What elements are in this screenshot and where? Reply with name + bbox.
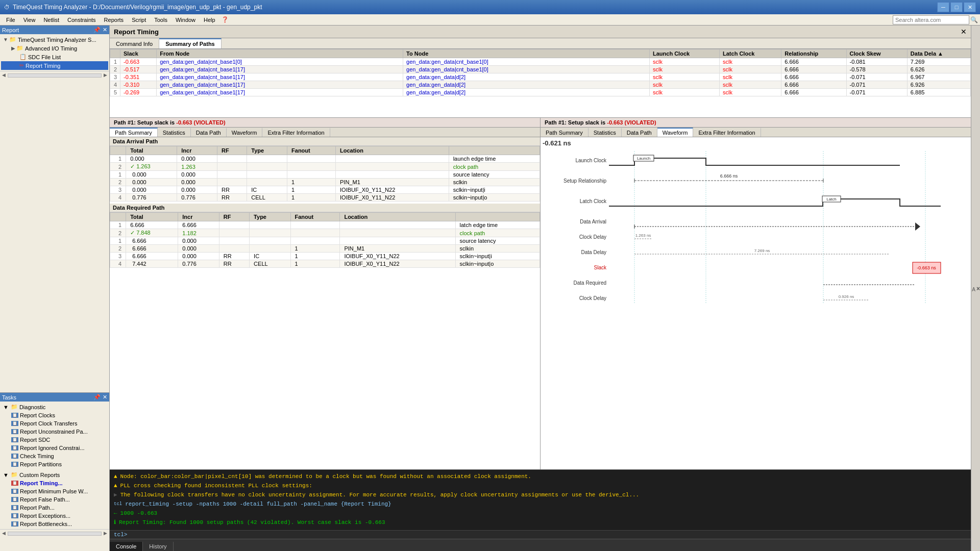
task-check-timing[interactable]: 📋Check Timing [1,452,108,460]
console-content[interactable]: ▲ Node: color_bar:color_bar|pixel_cnt[10… [110,470,971,530]
req-col-total[interactable]: Total [126,213,178,221]
arr-col-incr[interactable]: Incr [177,146,217,155]
left-tab-extra-filter[interactable]: Extra Filter Information [262,128,330,137]
task-report-clocks[interactable]: 📋Report Clocks [1,411,108,419]
menu-constraints[interactable]: Constraints [63,16,100,24]
tasks-scroll-left[interactable]: ◀ [2,531,6,537]
left-tab-path-summary[interactable]: Path Summary [110,128,158,137]
tasks-group-diagnostic-header[interactable]: ▼ 📁 Diagnostic [1,403,108,411]
to-node-val[interactable]: gen_data:gen_data|d[2] [403,73,650,81]
tasks-group-custom-header[interactable]: ▼ 📁 Custom Reports [1,470,108,479]
search-input[interactable] [893,15,969,24]
from-node-val[interactable]: gen_data:gen_data|cnt_base1[17] [157,89,403,96]
console-input[interactable] [129,532,967,538]
right-tab-path-summary[interactable]: Path Summary [541,128,589,137]
minimize-button[interactable]: ─ [937,2,949,12]
col-to-node[interactable]: To Node [403,49,650,58]
col-clock-skew[interactable]: Clock Skew [846,49,907,58]
task-report-min-pulse[interactable]: 📋Report Minimum Pulse W... [1,487,108,495]
tasks-scroll-right[interactable]: ▶ [104,531,107,537]
menu-window[interactable]: Window [172,16,200,24]
task-report-unconstrained[interactable]: 📋Report Unconstrained Pa... [1,428,108,436]
task-report-exceptions[interactable]: 📋Report Exceptions... [1,512,108,520]
menu-netlist[interactable]: Netlist [39,16,63,24]
from-node-val[interactable]: gen_data:gen_data|cnt_base1[17] [157,81,403,89]
console-tab-console[interactable]: Console [110,542,143,551]
right-tab-statistics[interactable]: Statistics [589,128,622,137]
req-col-type[interactable]: Type [250,213,290,221]
req-col-loc[interactable]: Location [340,213,455,221]
table-row[interactable]: 2 -0.517 gen_data:gen_data|cnt_base1[17]… [110,66,971,73]
right-tab-extra-filter[interactable]: Extra Filter Information [693,128,761,137]
to-node-val[interactable]: gen_data:gen_data|cnt_base1[0] [403,58,650,66]
menu-script[interactable]: Script [128,16,150,24]
arr-col-fanout[interactable]: Fanout [287,146,336,155]
from-node-val[interactable]: gen_data:gen_data|cnt_base1[17] [157,66,403,73]
menu-view[interactable]: View [19,16,40,24]
col-from-node[interactable]: From Node [157,49,403,58]
skew-val: -0.081 [846,58,907,66]
tree-item-report-timing[interactable]: ✏ Report Timing [1,61,108,70]
left-path-content[interactable]: Data Arrival Path Total Incr RF Type Fan… [110,137,540,469]
req-col-fanout[interactable]: Fanout [290,213,340,221]
content-area: Report Timing ✕ Command Info Summary of … [110,26,971,551]
timing-table-area[interactable]: Slack From Node To Node Launch Clock Lat… [110,49,971,118]
req-col-rf[interactable]: RF [219,213,249,221]
from-node-val[interactable]: gen_data:gen_data|cnt_base1[17] [157,73,403,81]
task-report-partitions[interactable]: 📋Report Partitions [1,460,108,468]
scroll-right-btn[interactable]: ▶ [104,72,107,79]
menu-help[interactable]: Help [200,16,219,24]
col-slack[interactable]: Slack [120,49,157,58]
task-report-false-path[interactable]: 📋Report False Path... [1,495,108,504]
tasks-pin-icon[interactable]: 📌 [93,394,101,400]
r-rf [217,155,247,163]
right-tab-waveform[interactable]: Waveform [657,128,694,137]
col-launch-clock[interactable]: Launch Clock [650,49,720,58]
tab-summary-paths[interactable]: Summary of Paths [159,38,222,48]
tree-item-sdc[interactable]: 📋 SDC File List [1,53,108,61]
tree-item-analyzer[interactable]: ▼ 📁 TimeQuest Timing Analyzer S... [1,35,108,44]
from-node-val[interactable]: gen_data:gen_data|cnt_base1[0] [157,58,403,66]
col-relationship[interactable]: Relationship [781,49,846,58]
menu-file[interactable]: File [2,16,19,24]
arr-col-type[interactable]: Type [247,146,287,155]
left-tab-data-path[interactable]: Data Path [191,128,227,137]
left-tab-waveform[interactable]: Waveform [227,128,263,137]
menu-reports[interactable]: Reports [100,16,128,24]
task-report-clock-transfers[interactable]: 📋Report Clock Transfers [1,419,108,428]
r-total: 0.000 [126,171,177,179]
panel-close-icon[interactable]: ✕ [103,27,107,33]
right-tab-data-path[interactable]: Data Path [622,128,657,137]
arr-col-loc[interactable]: Location [336,146,449,155]
tree-item-advanced-io[interactable]: ▶ 📁 Advanced I/O Timing [1,44,108,53]
close-button[interactable]: ✕ [964,2,976,12]
to-node-val[interactable]: gen_data:gen_data|cnt_base1[0] [403,66,650,73]
tasks-close-icon[interactable]: ✕ [103,394,107,400]
app-icon: ⏱ [4,4,10,10]
console-tab-history[interactable]: History [143,542,173,551]
left-tab-statistics[interactable]: Statistics [158,128,191,137]
table-row[interactable]: 4 -0.310 gen_data:gen_data|cnt_base1[17]… [110,81,971,89]
task-report-path[interactable]: 📋Report Path... [1,504,108,512]
task-report-timing[interactable]: 📋Report Timing... [1,479,108,487]
to-node-val[interactable]: gen_data:gen_data|d[2] [403,89,650,96]
report-timing-close-icon[interactable]: ✕ [961,28,967,36]
maximize-button[interactable]: □ [950,2,963,12]
arr-col-total[interactable]: Total [126,146,177,155]
req-col-incr[interactable]: Incr [178,213,219,221]
task-report-bottlenecks[interactable]: 📋Report Bottlenecks... [1,520,108,528]
arr-col-rf[interactable]: RF [217,146,247,155]
scroll-left-btn[interactable]: ◀ [2,72,6,79]
r-num: 3 [110,253,126,260]
tab-command-info[interactable]: Command Info [110,38,159,48]
col-latch-clock[interactable]: Latch Clock [720,49,781,58]
pin-icon[interactable]: 📌 [93,27,101,33]
col-data-delay[interactable]: Data Dela ▲ [907,49,970,58]
task-report-ignored[interactable]: 📋Report Ignored Constrai... [1,444,108,452]
to-node-val[interactable]: gen_data:gen_data|d[2] [403,81,650,89]
table-row[interactable]: 1 -0.663 gen_data:gen_data|cnt_base1[0] … [110,58,971,66]
table-row[interactable]: 5 -0.269 gen_data:gen_data|cnt_base1[17]… [110,89,971,96]
table-row[interactable]: 3 -0.351 gen_data:gen_data|cnt_base1[17]… [110,73,971,81]
task-report-sdc[interactable]: 📋Report SDC [1,436,108,444]
menu-tools[interactable]: Tools [150,16,172,24]
